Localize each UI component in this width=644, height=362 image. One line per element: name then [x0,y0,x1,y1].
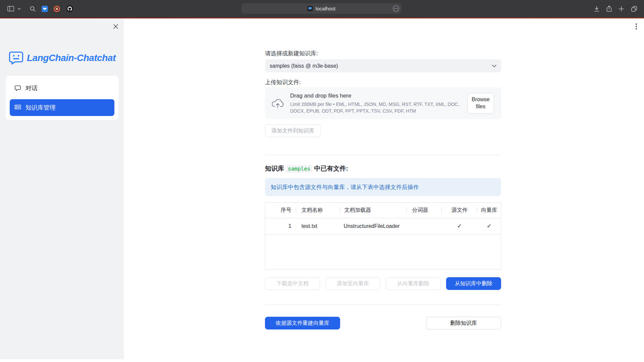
cell-vector-check: ✓ [477,218,501,234]
column-header-source[interactable]: 源文件 [442,203,478,218]
sidebar-item-knowledge-base[interactable]: 知识库管理 [10,99,114,116]
downloads-icon[interactable] [594,0,600,17]
remove-from-vector-store-button[interactable]: 从向量库删除 [386,277,441,290]
sidebar-toggle-icon[interactable] [7,6,14,11]
chat-bubble-icon [14,85,21,92]
rebuild-vector-store-button[interactable]: 依据源文件重建向量库 [265,317,340,329]
info-banner: 知识库中包含源文件与向量库，请从下表中选择文件后操作 [265,178,501,196]
cloud-upload-icon [271,98,284,108]
sidebar: LangChain-Chatchat 对话 知识库管理 [0,18,124,359]
table-row[interactable]: 1 test.txt UnstructuredFileLoader ✓ ✓ [265,218,501,234]
address-bar[interactable]: localhost [241,3,401,14]
dropzone-text: Drag and drop files here Limit 200MB per… [290,92,462,115]
cell-index: 1 [265,218,296,234]
dropzone-limit: Limit 200MB per file • EML, HTML, JSON, … [290,101,462,115]
chat-logo-icon [9,51,23,65]
kb-list-icon [14,105,21,111]
site-favicon [307,6,313,11]
column-header-index[interactable]: 序号 [265,203,296,218]
streamlit-decoration-bar [0,17,644,18]
table-header-row: 序号 文档名称 文档加载器 分词器 源文件 向量库 [265,203,501,218]
kb-name-code: samples [286,165,312,173]
logo-text: LangChain-Chatchat [27,53,116,63]
info-text: 知识库中包含源文件与向量库，请从下表中选择文件后操作 [271,183,419,191]
address-url: localhost [316,6,335,11]
column-header-splitter[interactable]: 分词器 [407,203,442,218]
cell-loader: UnstructuredFileLoader [340,218,406,234]
tab-overview-icon[interactable] [631,0,637,17]
sidebar-item-label: 知识库管理 [25,104,56,112]
divider [265,155,501,155]
upload-label: 上传知识文件: [265,78,501,86]
app-page: LangChain-Chatchat 对话 知识库管理 请选择或新建知识库: s… [0,18,644,362]
app-logo: LangChain-Chatchat [9,51,116,65]
extension-icon-blue[interactable] [42,0,48,17]
new-tab-icon[interactable] [619,0,624,17]
kb-select-label: 请选择或新建知识库: [265,50,501,57]
kb-files-heading: 知识库samples中已有文件: [265,164,348,173]
github-icon[interactable] [66,0,73,17]
file-dropzone[interactable]: Drag and drop files here Limit 200MB per… [265,87,501,119]
search-icon[interactable] [30,0,36,17]
cell-name: test.txt [296,218,340,234]
extension-icon-orange[interactable] [54,0,60,17]
browser-toolbar: localhost [0,0,644,17]
cell-source-check: ✓ [442,218,478,234]
column-header-name[interactable]: 文档名称 [296,203,340,218]
chevron-down-icon[interactable] [17,8,21,10]
page-options-icon[interactable] [393,5,399,12]
heading-prefix: 知识库 [265,165,284,172]
delete-kb-button[interactable]: 删除知识库 [426,317,501,329]
dropzone-title: Drag and drop files here [290,93,462,99]
column-header-loader[interactable]: 文档加载器 [340,203,406,218]
divider [265,305,501,305]
browse-files-button[interactable]: Browse files [467,93,494,114]
files-table[interactable]: 序号 文档名称 文档加载器 分词器 源文件 向量库 1 test.txt Uns… [265,202,501,269]
sidebar-nav: 对话 知识库管理 [6,76,118,120]
delete-from-kb-button[interactable]: 从知识库中删除 [446,277,501,290]
heading-suffix: 中已有文件: [314,165,348,172]
chevron-down-icon [492,65,496,67]
add-files-to-kb-button[interactable]: 添加文件到知识库 [265,124,321,137]
kb-select[interactable]: samples (faiss @ m3e-base) [265,59,501,72]
column-header-vector[interactable]: 向量库 [477,203,501,218]
share-icon[interactable] [606,0,612,17]
close-sidebar-icon[interactable] [112,23,119,30]
kebab-menu-icon[interactable] [633,22,639,31]
file-actions: 下载选中文档 添加至向量库 从向量库删除 从知识库中删除 [265,277,501,290]
sidebar-item-dialogue[interactable]: 对话 [10,80,114,97]
add-to-vector-store-button[interactable]: 添加至向量库 [325,277,380,290]
sidebar-item-label: 对话 [25,84,38,92]
download-selected-button[interactable]: 下载选中文档 [265,277,320,290]
kb-select-value: samples (faiss @ m3e-base) [270,63,338,69]
cell-splitter [407,218,442,234]
